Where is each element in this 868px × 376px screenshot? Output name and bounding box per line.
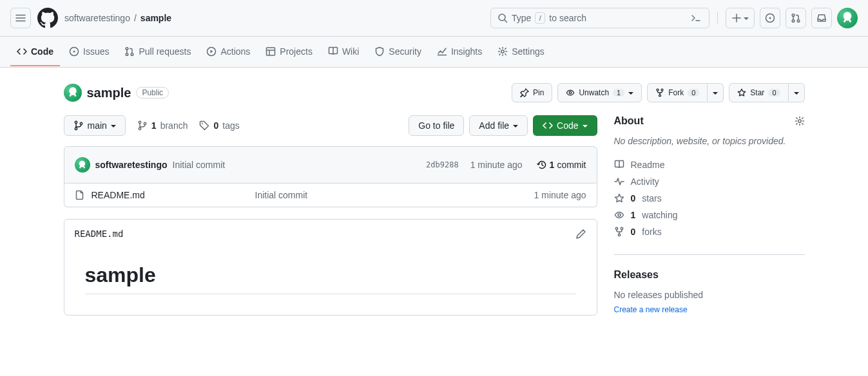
svg-point-27	[615, 227, 617, 229]
releases-none-text: No releases published	[614, 290, 805, 300]
issues-icon	[69, 46, 79, 57]
add-file-button[interactable]: Add file	[469, 115, 528, 136]
git-pull-request-icon	[791, 13, 801, 23]
code-download-button[interactable]: Code	[533, 115, 597, 136]
commit-message-link[interactable]: Initial commit	[173, 160, 421, 170]
breadcrumb-repo-link[interactable]: sample	[140, 13, 171, 23]
command-palette-icon	[690, 12, 702, 24]
fork-icon	[614, 227, 624, 237]
fork-icon	[655, 88, 664, 97]
fork-count-badge: 0	[688, 89, 699, 97]
svg-point-28	[621, 227, 622, 229]
pin-icon	[520, 88, 529, 97]
branches-link[interactable]: 1 branch	[137, 120, 188, 131]
tab-insights[interactable]: Insights	[430, 38, 488, 66]
star-button[interactable]: Star 0	[729, 83, 788, 102]
tags-link[interactable]: 0 tags	[199, 120, 239, 131]
readme-filename-link[interactable]: README.md	[75, 229, 124, 239]
svg-point-10	[131, 53, 134, 56]
user-avatar[interactable]	[837, 8, 858, 28]
caret-down-icon	[111, 120, 116, 131]
pull-request-icon	[124, 46, 135, 57]
tab-pull-requests[interactable]: Pull requests	[118, 38, 197, 66]
star-dropdown-button[interactable]	[789, 83, 805, 102]
file-row[interactable]: README.md Initial commit 1 minute ago	[64, 183, 597, 207]
readme-link[interactable]: Readme	[614, 156, 805, 173]
stars-link[interactable]: 0 stars	[614, 190, 805, 207]
search-hint-suffix: to search	[549, 13, 686, 23]
github-logo[interactable]	[37, 8, 58, 28]
svg-point-8	[126, 48, 129, 50]
pencil-icon	[576, 229, 586, 239]
shield-icon	[374, 46, 385, 57]
book-icon	[328, 46, 338, 57]
commit-author-link[interactable]: softwaretestingo	[95, 160, 168, 170]
tab-settings[interactable]: Settings	[491, 38, 551, 66]
svg-point-24	[202, 123, 203, 124]
unwatch-button[interactable]: Unwatch 1	[557, 83, 642, 102]
gear-icon	[795, 116, 805, 126]
pull-requests-tray-button[interactable]	[786, 8, 806, 28]
tab-projects[interactable]: Projects	[259, 38, 319, 66]
commit-sha-link[interactable]: 2db9288	[426, 160, 459, 169]
svg-point-19	[80, 122, 82, 124]
svg-point-13	[501, 50, 504, 53]
search-icon	[497, 13, 508, 23]
hamburger-icon	[15, 13, 26, 23]
avatar-icon	[841, 12, 854, 24]
about-settings-button[interactable]	[795, 116, 805, 126]
readme-heading: sample	[85, 248, 576, 294]
plus-icon	[731, 13, 742, 23]
svg-point-17	[659, 95, 661, 97]
tab-security[interactable]: Security	[368, 38, 428, 66]
tab-code[interactable]: Code	[10, 38, 60, 66]
tag-icon	[199, 120, 209, 131]
svg-point-29	[618, 234, 620, 236]
create-new-button[interactable]	[726, 8, 755, 28]
branch-selector-button[interactable]: main	[64, 115, 126, 136]
svg-point-4	[792, 20, 795, 23]
svg-point-21	[139, 121, 140, 123]
svg-point-26	[618, 214, 621, 216]
go-to-file-button[interactable]: Go to file	[409, 115, 464, 136]
play-icon	[206, 46, 217, 57]
fork-button[interactable]: Fork 0	[647, 83, 708, 102]
forks-link[interactable]: 0 forks	[614, 223, 805, 240]
edit-readme-button[interactable]	[576, 229, 586, 239]
issue-opened-icon	[765, 13, 775, 23]
breadcrumb-owner-link[interactable]: softwaretestingo	[64, 13, 130, 23]
pin-button[interactable]: Pin	[512, 83, 552, 102]
issues-tray-button[interactable]	[760, 8, 780, 28]
commits-history-link[interactable]: 1 commit	[537, 160, 586, 170]
repo-owner-avatar	[64, 84, 82, 102]
about-title: About	[614, 115, 644, 127]
watching-link[interactable]: 1 watching	[614, 207, 805, 223]
svg-rect-12	[267, 48, 275, 55]
caret-down-icon	[794, 88, 799, 97]
book-icon	[614, 160, 624, 170]
caret-down-icon	[583, 120, 588, 131]
activity-link[interactable]: Activity	[614, 173, 805, 190]
tab-wiki[interactable]: Wiki	[322, 38, 365, 66]
caret-down-icon	[713, 88, 718, 97]
fork-dropdown-button[interactable]	[708, 83, 724, 102]
notifications-button[interactable]	[811, 8, 832, 28]
search-input[interactable]: Type / to search	[490, 8, 709, 28]
create-release-link[interactable]: Create a new release	[614, 305, 688, 314]
tab-actions[interactable]: Actions	[200, 38, 256, 66]
file-commit-message-link[interactable]: Initial commit	[255, 190, 496, 200]
breadcrumb-separator: /	[134, 13, 137, 23]
file-name-link[interactable]: README.md	[92, 190, 145, 200]
commit-author-avatar[interactable]	[75, 157, 90, 173]
search-key-hint: /	[535, 12, 545, 24]
code-icon	[543, 120, 553, 131]
hamburger-menu-button[interactable]	[10, 8, 31, 28]
svg-point-18	[75, 121, 77, 123]
avatar-icon	[77, 160, 87, 170]
history-icon	[537, 160, 547, 170]
about-no-description: No description, website, or topics provi…	[614, 136, 805, 146]
svg-point-16	[661, 89, 663, 91]
commit-time: 1 minute ago	[470, 160, 523, 170]
graph-icon	[437, 46, 447, 57]
tab-issues[interactable]: Issues	[63, 38, 115, 66]
